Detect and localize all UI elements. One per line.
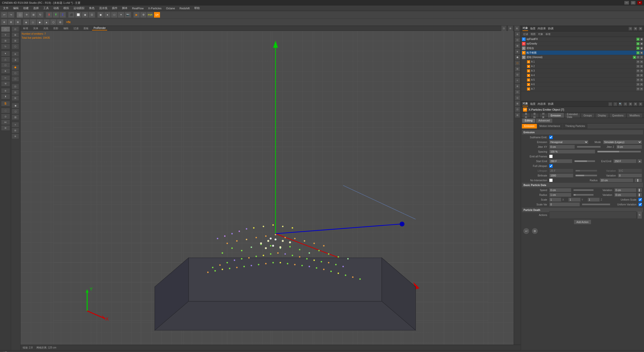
vis-a1b[interactable]: ✕ [640,60,643,63]
maximize-icon[interactable]: □ [631,1,635,5]
menu-character[interactable]: 角色 [87,6,97,11]
actions-refresh[interactable]: ↻ [637,211,642,219]
input-variation-lifespan[interactable] [618,169,642,173]
attr-tab-header-obj[interactable]: 对象 [522,102,528,106]
snap-btn3[interactable]: ⊠ [15,19,21,25]
redo-button[interactable]: ↪ [8,12,14,18]
select-emission-type[interactable]: Hexagonal [549,140,588,144]
menu-help[interactable]: 帮助 [192,6,202,11]
basic-particle-data-header[interactable]: Basic Particle Data [522,183,643,187]
attr-subtab-emission[interactable]: Emission [522,124,537,128]
vis-render3[interactable]: ◉ [640,47,643,50]
mod-btn5[interactable]: ⬡ [50,19,57,25]
checkbox-emit-all[interactable] [549,155,553,158]
input-start-emit[interactable] [549,159,572,163]
vr-btn15[interactable]: ⊞ [515,112,520,118]
input-birthrate[interactable] [549,173,573,178]
obj-mgr-icon3[interactable]: ⊞ [638,27,642,31]
cylinder-btn[interactable]: ⬭ [111,12,117,18]
radius-confirm[interactable]: ▌ [634,178,642,182]
attr-tab-emission[interactable]: Emission [548,113,564,118]
speed-confirm[interactable]: ▌ [637,188,642,192]
attr-icon2[interactable]: ↑ [613,102,617,106]
left2-1[interactable]: ⊡ [12,26,19,32]
vr-btn12[interactable]: ◎ [515,95,520,101]
mod-btn3[interactable]: ◆ [36,19,43,25]
input-lifespan[interactable] [549,169,573,173]
obj-tab-scene[interactable]: 场景 [530,27,536,30]
attr-icon3[interactable]: 🔍 [618,102,622,106]
viewport-tab-solid[interactable]: 实体 [32,26,40,31]
obj-mgr-icon2[interactable]: ⊠ [633,27,637,31]
obj-row-layergroup[interactable]: L 层组合 ● ◉ [521,46,644,51]
axis-y[interactable]: Y [53,12,59,18]
bottom-icon2[interactable]: ⚙ [532,228,538,234]
end-emit-spinner[interactable]: ▲ [637,159,642,163]
left2-15[interactable]: ▥ [12,114,19,120]
menu-xparticles[interactable]: X-Particles [146,6,164,10]
vr-btn7[interactable]: ⊞ [515,66,520,72]
left-poly4[interactable]: ◈ [1,68,10,74]
undo-button[interactable]: ↩ [1,12,8,18]
input-var-radius[interactable] [614,193,636,197]
vis-render6[interactable]: ✕ [640,56,643,59]
vr-btn11[interactable]: ⊡ [515,89,520,95]
left-poly2[interactable]: △ [1,57,10,62]
left-poly3[interactable]: ◻ [1,62,10,68]
radius-p-confirm[interactable]: ▌ [637,193,642,197]
attr-icon5[interactable]: ⊠ [628,102,632,106]
viewport-tab-filter[interactable]: 过滤 [72,26,80,31]
vis-eye4[interactable]: ● [636,51,639,54]
bottom-icon1[interactable]: ↩ [523,228,530,234]
vis-render5[interactable]: ✕ [636,56,639,59]
input-scale-x[interactable] [549,198,561,202]
obj-row-a3[interactable]: ▲ A 3 ✕ ✕ [521,69,644,73]
attr-tab-extended[interactable]: Extended Data [564,113,580,118]
qr-btn[interactable]: QR [154,12,160,18]
obj-filter[interactable]: 过滤 [522,32,529,36]
input-spacing[interactable] [549,150,595,154]
vr-btn5[interactable]: ⬟ [515,55,520,60]
vis-eye3[interactable]: ● [636,47,639,50]
editing-tab-advanced[interactable]: Advanced [536,118,552,123]
left-spline2[interactable]: ◎ [1,114,10,119]
left2-16[interactable]: ≡ [12,122,19,127]
left-grid[interactable]: ⊞ [1,125,10,131]
vr-btn4[interactable]: ◈ [515,49,520,54]
obj-row-a5[interactable]: ▲ A 5 ✕ ✕ [521,78,644,82]
attr-tab-header-coord[interactable]: 协调 [548,102,553,106]
menu-create[interactable]: 创建 [21,6,31,11]
vr-btn3[interactable]: ⊠ [515,43,520,49]
viewport-icon3[interactable]: ⊞ [514,26,520,31]
vis-a4[interactable]: ✕ [636,74,639,77]
left-deform[interactable]: ⋈ [1,119,10,125]
left2-2[interactable]: ⊠ [12,32,19,38]
menu-tools[interactable]: 工具 [41,6,51,11]
viewport-icon1[interactable]: ⊡ [501,26,507,31]
viewport-canvas[interactable]: Number of emitters: 7 Total live particl… [21,31,521,345]
slider-radius-p[interactable] [573,194,593,196]
input-end-emit[interactable] [613,159,636,163]
vr-btn10[interactable]: ⊕ [515,83,520,89]
render-settings[interactable]: ⚙ [140,12,147,18]
mod-btn6[interactable]: ⚙ [57,19,63,25]
view-btn1[interactable]: ⬛ [68,12,75,18]
left-sculpt[interactable]: ⚒ [1,81,10,86]
attr-tab-questions[interactable]: Questions [609,113,626,118]
viewport-icon2[interactable]: ⊠ [508,26,513,31]
obj-row-xpgravity[interactable]: G xpGravity ● ◉ [521,41,644,46]
obj-view[interactable]: 视图 [530,32,537,36]
left-joint[interactable]: ⊕ [1,88,10,94]
vis-a5[interactable]: ✕ [636,78,639,81]
attr-tab-basic[interactable]: 基本 [522,113,530,118]
vr-btn8[interactable]: ⊟ [515,72,520,77]
attr-tab-header-scene[interactable]: 场景 [530,102,536,106]
cube-btn[interactable]: ◼ [97,12,104,18]
left2-7[interactable]: ⬟ [12,65,19,70]
checkbox-no-intersection[interactable] [549,179,553,182]
left2-4[interactable]: ⬡ [12,44,19,49]
view-btn3[interactable]: ◉ [82,12,88,18]
slider-lifespan[interactable] [575,170,597,172]
viewport-tab-prorender[interactable]: ProRender [92,26,107,30]
slider-birthrate[interactable] [575,174,597,177]
